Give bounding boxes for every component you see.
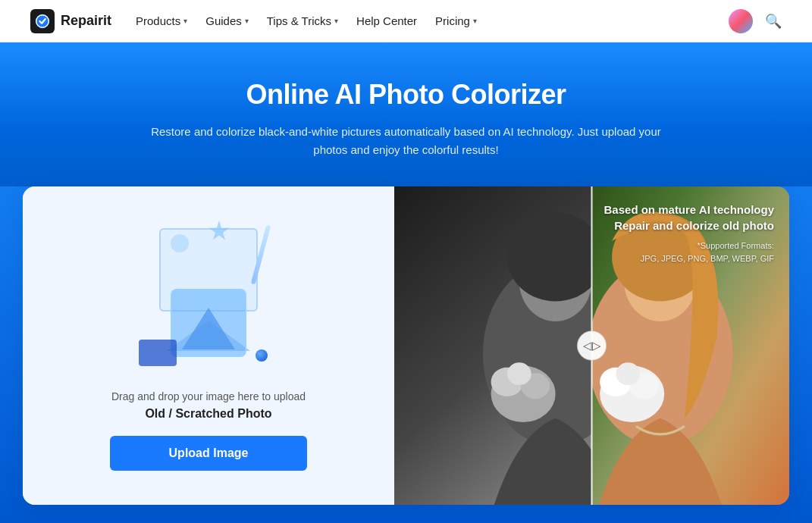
- nav-products[interactable]: Products ▾: [136, 14, 187, 27]
- hero-title: Online AI Photo Colorizer: [30, 79, 782, 111]
- photo-overlay-text: Based on mature AI technology Repair and…: [604, 202, 774, 265]
- illus-ball: [256, 349, 268, 362]
- nav-items: Products ▾ Guides ▾ Tips & Tricks ▾ Help…: [136, 14, 704, 27]
- upload-illustration: [125, 221, 292, 372]
- hero-section: Online AI Photo Colorizer Restore and co…: [0, 42, 812, 523]
- overlay-title-line2: Repair and colorize old photo: [604, 218, 774, 233]
- nav-help-center[interactable]: Help Center: [356, 14, 417, 27]
- upload-panel: Drag and drop your image here to upload …: [23, 186, 394, 505]
- photo-panel: ◁▷ Based on mature AI technology Repair …: [394, 186, 789, 505]
- chevron-down-icon: ▾: [473, 17, 477, 25]
- navbar: Repairit Products ▾ Guides ▾ Tips & Tric…: [0, 0, 812, 42]
- chevron-down-icon: ▾: [245, 17, 249, 25]
- main-card: Drag and drop your image here to upload …: [23, 186, 789, 505]
- nav-guides[interactable]: Guides ▾: [205, 14, 249, 27]
- avatar[interactable]: [729, 9, 753, 33]
- svg-text:◁▷: ◁▷: [583, 340, 601, 352]
- hero-subtitle: Restore and colorize black-and-white pic…: [133, 123, 679, 159]
- hero: Online AI Photo Colorizer Restore and co…: [0, 42, 812, 186]
- upload-image-button[interactable]: Upload Image: [110, 436, 307, 471]
- svg-point-7: [507, 213, 604, 302]
- svg-point-11: [507, 362, 531, 385]
- photo-type-label: Old / Scratched Photo: [145, 407, 271, 421]
- illus-rect: [139, 340, 177, 366]
- nav-tips-tricks[interactable]: Tips & Tricks ▾: [267, 14, 338, 27]
- illus-sun: [171, 234, 189, 252]
- chevron-down-icon: ▾: [334, 17, 338, 25]
- search-icon[interactable]: 🔍: [765, 13, 782, 30]
- logo-icon: [30, 9, 55, 33]
- illus-box: [171, 289, 246, 357]
- overlay-support-label: *Supported Formats: JPG, JPEG, PNG, BMP,…: [604, 240, 774, 265]
- svg-point-19: [616, 362, 640, 385]
- logo-link[interactable]: Repairit: [30, 9, 111, 33]
- nav-right: 🔍: [729, 9, 782, 33]
- drag-drop-text: Drag and drop your image here to upload: [111, 390, 306, 402]
- brand-name: Repairit: [61, 13, 111, 29]
- chevron-down-icon: ▾: [183, 17, 187, 25]
- nav-pricing[interactable]: Pricing ▾: [435, 14, 477, 27]
- overlay-title-line1: Based on mature AI technology: [604, 202, 774, 218]
